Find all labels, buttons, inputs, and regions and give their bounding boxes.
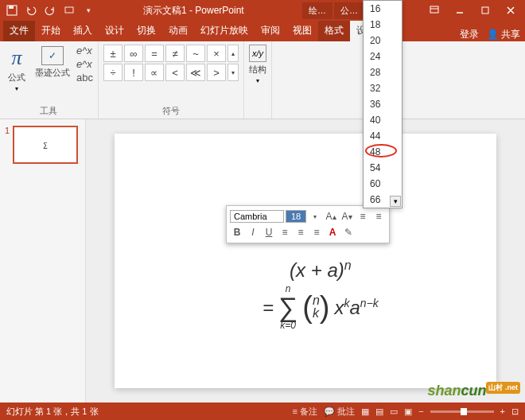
- sym-gt[interactable]: >: [207, 64, 226, 81]
- fraction-icon: x/y: [249, 45, 266, 62]
- group-label-symbols: 符号: [103, 103, 239, 117]
- save-icon[interactable]: [5, 3, 19, 18]
- sym-neq[interactable]: ≠: [165, 45, 185, 62]
- sorter-view-icon[interactable]: ▤: [375, 406, 383, 417]
- dropdown-scroll-icon[interactable]: ▾: [390, 196, 401, 207]
- sym-ll[interactable]: ≪: [186, 64, 205, 81]
- sym-prop[interactable]: ∝: [145, 64, 164, 81]
- size-option[interactable]: 54: [364, 160, 402, 176]
- structure-button[interactable]: x/y 结构 ▾: [249, 45, 266, 84]
- svg-rect-5: [482, 7, 488, 14]
- font-family-selector[interactable]: Cambria: [230, 210, 284, 223]
- sym-eq[interactable]: =: [145, 45, 164, 62]
- context-tab-group: 绘… 公…: [302, 2, 364, 19]
- slide-counter: 幻灯片 第 1 张，共 1 张: [6, 406, 99, 418]
- tab-review[interactable]: 审阅: [255, 21, 286, 41]
- size-option[interactable]: 36: [364, 96, 402, 112]
- underline-icon[interactable]: U: [262, 225, 276, 239]
- size-option[interactable]: 40: [364, 112, 402, 128]
- sym-more-up[interactable]: ▴: [228, 45, 239, 62]
- context-tab-equation[interactable]: 公…: [334, 2, 364, 19]
- pi-icon: π: [11, 46, 21, 70]
- zoom-out-icon[interactable]: −: [418, 406, 423, 416]
- size-option-highlighted[interactable]: 48: [364, 144, 402, 160]
- sym-tilde[interactable]: ~: [186, 45, 205, 62]
- size-option[interactable]: 16: [364, 1, 402, 17]
- thumb-number: 1: [5, 126, 10, 164]
- close-icon[interactable]: [500, 2, 522, 18]
- linear-option[interactable]: e^x: [76, 58, 93, 70]
- slide-thumbnail[interactable]: 1 ∑: [5, 126, 80, 164]
- qat-more-icon[interactable]: ▾: [81, 3, 95, 18]
- ink-equation-button[interactable]: ✓ 墨迹公式: [32, 45, 73, 80]
- fit-window-icon[interactable]: ⊡: [511, 406, 519, 417]
- bold-icon[interactable]: B: [230, 225, 244, 239]
- symbol-grid: ± ∞ = ≠ ~ × ▴ ÷ ! ∝ < ≪ > ▾: [103, 45, 239, 81]
- size-option[interactable]: 18: [364, 17, 402, 33]
- slideshow-view-icon[interactable]: ▣: [404, 406, 412, 417]
- shrink-font-icon[interactable]: A▾: [340, 209, 354, 224]
- equation-button[interactable]: π 公式 ▾: [5, 45, 29, 94]
- align-right-icon[interactable]: ≡: [309, 225, 324, 239]
- align-left-icon[interactable]: ≡: [278, 225, 292, 239]
- align-center-icon[interactable]: ≡: [294, 225, 308, 239]
- font-size-dropdown-icon[interactable]: ▾: [308, 209, 322, 224]
- sym-times[interactable]: ×: [207, 45, 226, 62]
- tab-insert[interactable]: 插入: [67, 21, 99, 41]
- size-option[interactable]: 32: [364, 80, 402, 96]
- undo-icon[interactable]: [24, 3, 38, 18]
- thumb-preview: ∑: [13, 126, 78, 164]
- title-bar: ▾ 演示文稿1 - PowerPoint 绘… 公…: [0, 0, 525, 21]
- slide-canvas[interactable]: (x + a)n = n ∑ k=0 ( nk ) xkan−k: [115, 134, 496, 388]
- redo-icon[interactable]: [43, 3, 57, 18]
- start-icon[interactable]: [62, 3, 76, 18]
- increase-indent-icon[interactable]: ≡: [371, 209, 386, 224]
- tab-transition[interactable]: 切换: [130, 21, 162, 41]
- tab-format[interactable]: 格式: [318, 21, 350, 41]
- sym-lt[interactable]: <: [165, 64, 185, 81]
- sym-more-down[interactable]: ▾: [228, 64, 239, 81]
- tab-animation[interactable]: 动画: [162, 21, 194, 41]
- binomial: ( nk ): [302, 294, 329, 320]
- text-option[interactable]: abc: [76, 72, 93, 84]
- quick-access-toolbar: ▾: [0, 3, 100, 18]
- font-size-selector[interactable]: 18: [286, 210, 306, 223]
- tab-design[interactable]: 设计: [99, 21, 130, 41]
- decrease-indent-icon[interactable]: ≡: [356, 209, 370, 224]
- comments-button[interactable]: 💬 批注: [324, 406, 355, 418]
- size-option[interactable]: 60: [364, 176, 402, 192]
- ribbon-options-icon[interactable]: [423, 2, 445, 18]
- reading-view-icon[interactable]: ▭: [390, 406, 398, 417]
- sym-div[interactable]: ÷: [103, 64, 122, 81]
- zoom-slider[interactable]: [430, 410, 494, 413]
- size-option[interactable]: 24: [364, 49, 402, 64]
- tab-home[interactable]: 开始: [35, 21, 67, 41]
- context-tab-draw[interactable]: 绘…: [302, 2, 332, 19]
- sym-pm[interactable]: ±: [103, 45, 122, 62]
- pro-option[interactable]: e^x: [76, 45, 93, 56]
- size-option[interactable]: 44: [364, 128, 402, 144]
- tab-view[interactable]: 视图: [286, 21, 318, 41]
- notes-button[interactable]: ≡ 备注: [293, 406, 317, 418]
- tab-slideshow[interactable]: 幻灯片放映: [194, 21, 255, 41]
- ribbon-tabs: 文件 开始 插入 设计 切换 动画 幻灯片放映 审阅 视图 格式 设计 登录 👤…: [0, 21, 525, 41]
- zoom-in-icon[interactable]: +: [500, 406, 505, 416]
- tab-file[interactable]: 文件: [3, 21, 35, 41]
- grow-font-icon[interactable]: A▴: [324, 209, 338, 224]
- equation-object[interactable]: (x + a)n = n ∑ k=0 ( nk ) xkan−k: [262, 258, 379, 330]
- font-color-icon[interactable]: A: [325, 225, 340, 239]
- size-option[interactable]: 20: [364, 33, 402, 49]
- share-button[interactable]: 👤 共享: [487, 28, 520, 41]
- sym-fact[interactable]: !: [124, 64, 143, 81]
- sym-inf[interactable]: ∞: [124, 45, 143, 62]
- highlight-ring: [365, 144, 397, 158]
- maximize-icon[interactable]: [474, 2, 496, 18]
- login-link[interactable]: 登录: [460, 28, 479, 41]
- normal-view-icon[interactable]: ▦: [361, 406, 369, 417]
- size-option[interactable]: 28: [364, 64, 402, 80]
- ink-icon: ✓: [41, 46, 64, 65]
- eq-rhs: = n ∑ k=0 ( nk ) xkan−k: [262, 284, 379, 330]
- minimize-icon[interactable]: [449, 2, 471, 18]
- italic-icon[interactable]: I: [246, 225, 260, 239]
- format-painter-icon[interactable]: ✎: [341, 225, 356, 239]
